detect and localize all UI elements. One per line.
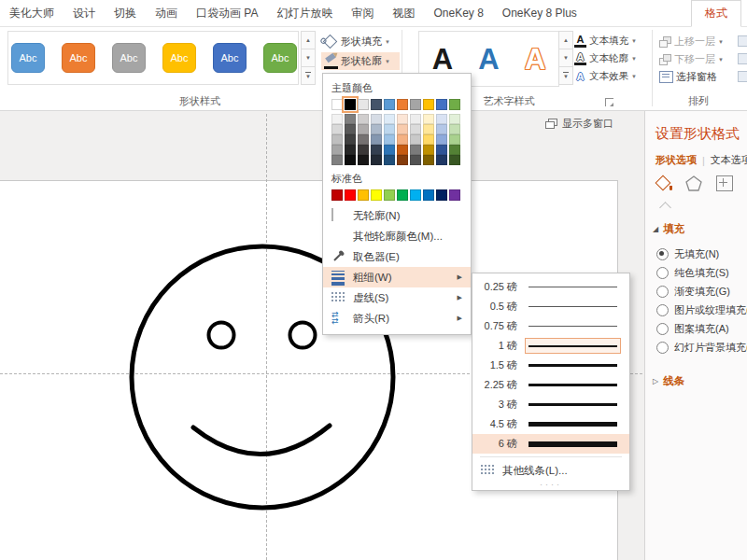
standard-color-swatch-5[interactable]	[384, 189, 395, 201]
wordart-style-thumb-3[interactable]: A	[525, 45, 545, 74]
tab-10[interactable]: OneKey 8 Plus	[493, 0, 586, 26]
tint-swatch-4-4[interactable]	[371, 145, 382, 155]
tint-swatch-3-5[interactable]	[358, 155, 369, 165]
theme-color-swatch-8[interactable]	[423, 99, 434, 110]
tint-swatch-7-4[interactable]	[410, 145, 421, 155]
selection-pane-button[interactable]: 选择窗格	[656, 68, 737, 86]
tint-swatch-3-3[interactable]	[358, 134, 369, 145]
theme-color-swatch-10[interactable]	[449, 99, 460, 110]
tint-swatch-2-2[interactable]	[345, 124, 356, 134]
tint-swatch-5-5[interactable]	[384, 155, 395, 165]
menu-item-eyedropper[interactable]: 取色器(E)	[323, 246, 471, 267]
fill-section-header[interactable]: ◢ 填充	[653, 222, 684, 236]
standard-color-swatch-2[interactable]	[345, 189, 356, 201]
shape-outline-button[interactable]: 形状轮廓 ▼	[321, 52, 400, 70]
tab-6[interactable]: 幻灯片放映	[267, 0, 342, 26]
tint-swatch-5-2[interactable]	[384, 124, 395, 134]
show-multiple-windows-button[interactable]: 显示多窗口	[545, 114, 613, 133]
tint-swatch-6-5[interactable]	[397, 155, 408, 165]
tab-3[interactable]: 切换	[105, 0, 146, 26]
standard-color-swatch-7[interactable]	[410, 189, 421, 201]
theme-color-swatch-4[interactable]	[371, 99, 382, 110]
menu-item-dashes[interactable]: 虚线(S) ▶	[323, 287, 471, 308]
tint-swatch-1-1[interactable]	[331, 114, 343, 124]
tint-swatch-3-2[interactable]	[358, 124, 369, 134]
tint-swatch-4-3[interactable]	[371, 134, 382, 145]
tint-swatch-5-4[interactable]	[384, 145, 395, 155]
fill-option-2[interactable]: 纯色填充(S)	[656, 263, 747, 282]
tint-swatch-3-4[interactable]	[358, 145, 369, 155]
theme-color-swatch-5[interactable]	[384, 99, 395, 110]
size-properties-category-icon[interactable]	[716, 175, 733, 191]
weight-option-2.25磅[interactable]: 2.25 磅	[472, 375, 629, 395]
shape-fill-button[interactable]: 形状填充 ▼	[321, 33, 400, 50]
menu-item-no-outline[interactable]: 无轮廓(N)	[323, 205, 471, 226]
text-effects-button[interactable]: A 文本效果 ▼	[571, 68, 650, 85]
tab-4[interactable]: 动画	[146, 0, 187, 26]
fill-option-3[interactable]: 渐变填充(G)	[656, 282, 747, 301]
theme-color-swatch-9[interactable]	[436, 99, 447, 110]
tint-swatch-7-3[interactable]	[410, 134, 421, 145]
tint-swatch-8-3[interactable]	[423, 134, 434, 145]
tint-swatch-2-4[interactable]	[345, 145, 356, 155]
line-section-header[interactable]: ▷ 线条	[653, 374, 684, 388]
shape-style-thumb-2[interactable]: Abc	[62, 43, 95, 73]
fill-option-5[interactable]: 图案填充(A)	[656, 319, 747, 338]
tint-swatch-10-2[interactable]	[449, 124, 460, 134]
text-fill-button[interactable]: A 文本填充 ▼	[571, 33, 650, 49]
tab-9[interactable]: OneKey 8	[424, 0, 492, 26]
fill-option-4[interactable]: 图片或纹理填充(P)	[656, 301, 747, 319]
tint-swatch-9-5[interactable]	[436, 155, 447, 165]
menu-item-more-lines[interactable]: 其他线条(L)...	[472, 460, 629, 481]
tint-swatch-1-3[interactable]	[331, 134, 343, 145]
standard-color-swatch-10[interactable]	[449, 189, 460, 201]
weight-option-0.75磅[interactable]: 0.75 磅	[472, 316, 629, 336]
wordart-style-thumb-1[interactable]: A	[432, 45, 453, 74]
standard-color-swatch-1[interactable]	[331, 189, 343, 201]
tint-swatch-5-3[interactable]	[384, 134, 395, 145]
fill-line-category-icon[interactable]	[655, 176, 671, 190]
send-backward-button[interactable]: 下移一层 ▼	[656, 50, 737, 68]
theme-color-swatch-3[interactable]	[358, 99, 369, 110]
shape-style-thumb-5[interactable]: Abc	[213, 43, 247, 73]
shape-style-thumb-1[interactable]: Abc	[11, 43, 45, 73]
standard-color-swatch-9[interactable]	[436, 189, 447, 201]
tint-swatch-6-3[interactable]	[397, 134, 408, 145]
theme-color-swatch-2[interactable]	[345, 99, 356, 110]
tint-swatch-8-1[interactable]	[423, 114, 434, 124]
theme-color-swatch-1[interactable]	[331, 99, 343, 110]
shape-style-thumb-6[interactable]: Abc	[263, 43, 297, 73]
tint-swatch-9-3[interactable]	[436, 134, 447, 145]
gallery-scroll-up-icon[interactable]: ▲	[301, 31, 316, 49]
tint-swatch-8-5[interactable]	[423, 155, 434, 165]
fill-option-6[interactable]: 幻灯片背景填充(B)	[656, 338, 747, 357]
tab-5[interactable]: 口袋动画 PA	[187, 0, 267, 26]
tint-swatch-10-5[interactable]	[449, 155, 460, 165]
tint-swatch-2-1[interactable]	[345, 114, 356, 124]
weight-option-3磅[interactable]: 3 磅	[472, 395, 629, 414]
tint-swatch-1-4[interactable]	[331, 145, 343, 155]
tint-swatch-2-5[interactable]	[345, 155, 356, 165]
weight-option-0.5磅[interactable]: 0.5 磅	[472, 297, 629, 316]
tab-2[interactable]: 设计	[63, 0, 105, 26]
menu-item-arrows[interactable]: ⇄⇄ 箭头(R) ▶	[323, 308, 471, 329]
tint-swatch-9-1[interactable]	[436, 114, 447, 124]
pane-tab-text-options[interactable]: 文本选项	[711, 153, 747, 167]
menu-item-more-outline-colors[interactable]: 其他轮廓颜色(M)...	[323, 226, 471, 246]
tint-swatch-3-1[interactable]	[358, 114, 369, 124]
bring-forward-button[interactable]: 上移一层 ▼	[656, 33, 737, 50]
tint-swatch-6-1[interactable]	[397, 114, 408, 124]
gallery-scroll-down-icon[interactable]: ▼	[301, 49, 316, 67]
pane-tab-shape-options[interactable]: 形状选项	[655, 153, 697, 167]
standard-color-swatch-3[interactable]	[358, 189, 369, 201]
tint-swatch-7-5[interactable]	[410, 155, 421, 165]
gallery-more-icon[interactable]: ▼	[301, 67, 316, 85]
tint-swatch-9-2[interactable]	[436, 124, 447, 134]
tab-1[interactable]: 美化大师	[0, 0, 63, 26]
tint-swatch-10-1[interactable]	[449, 114, 460, 124]
standard-color-swatch-8[interactable]	[423, 189, 434, 201]
wordart-style-thumb-2[interactable]: A	[478, 45, 499, 74]
tint-swatch-1-2[interactable]	[331, 124, 343, 134]
tint-swatch-8-4[interactable]	[423, 145, 434, 155]
tint-swatch-4-2[interactable]	[371, 124, 382, 134]
